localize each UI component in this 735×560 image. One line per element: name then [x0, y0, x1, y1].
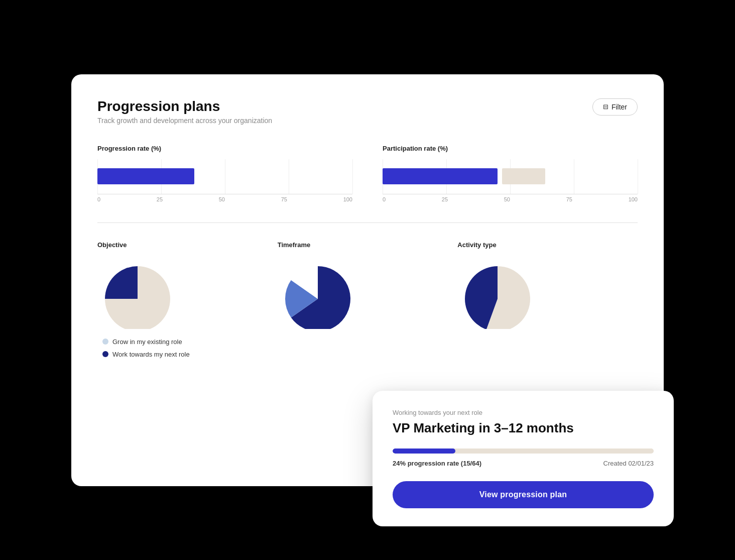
- objective-pie-wrapper: [97, 259, 178, 329]
- popup-card: Working towards your next role VP Market…: [373, 391, 674, 526]
- objective-legend: Grow in my existing role Work towards my…: [102, 338, 190, 358]
- progression-axis: 0 25 50 75 100: [97, 196, 352, 202]
- pie-charts-row: Objective Grow in my existing role Work …: [97, 241, 638, 358]
- page-title: Progression plans: [97, 98, 272, 115]
- progression-rate-chart: Progression rate (%) 0 25 50 75 100: [97, 145, 352, 202]
- activity-type-chart-section: Activity type: [457, 241, 638, 329]
- progression-bar-fill: [97, 168, 194, 184]
- filter-icon: ⊟: [603, 103, 608, 110]
- filter-button[interactable]: ⊟ Filter: [592, 98, 638, 116]
- popup-working-label: Working towards your next role: [393, 409, 654, 416]
- participation-rate-label: Participation rate (%): [383, 145, 638, 152]
- participation-beige-bar: [502, 168, 545, 184]
- header-text: Progression plans Track growth and devel…: [97, 98, 272, 125]
- participation-rate-chart: Participation rate (%) 0 25 50 75 100: [383, 145, 638, 202]
- participation-axis: 0 25 50 75 100: [383, 196, 638, 202]
- grow-dot: [102, 339, 108, 345]
- activity-type-label: Activity type: [457, 241, 496, 249]
- participation-blue-bar: [383, 168, 498, 184]
- popup-meta: 24% progression rate (15/64) Created 02/…: [393, 460, 654, 467]
- timeframe-pie-chart: [278, 259, 358, 329]
- header: Progression plans Track growth and devel…: [97, 98, 638, 125]
- main-card: Progression plans Track growth and devel…: [71, 74, 664, 486]
- legend-grow: Grow in my existing role: [102, 338, 190, 346]
- next-label: Work towards my next role: [112, 351, 190, 358]
- timeframe-chart-section: Timeframe: [278, 241, 458, 329]
- legend-next: Work towards my next role: [102, 351, 190, 358]
- objective-pie-chart: [97, 259, 178, 329]
- bar-charts-row: Progression rate (%) 0 25 50 75 100 Part…: [97, 145, 638, 202]
- section-divider: [97, 222, 638, 223]
- objective-chart-section: Objective Grow in my existing role Work …: [97, 241, 278, 358]
- participation-bar-grid: [383, 159, 638, 194]
- progress-label: 24% progression rate (15/64): [393, 460, 481, 467]
- activity-type-pie-chart: [457, 259, 538, 329]
- progression-bar-grid: [97, 159, 352, 194]
- timeframe-label: Timeframe: [278, 241, 311, 249]
- grow-label: Grow in my existing role: [112, 338, 182, 346]
- view-progression-plan-button[interactable]: View progression plan: [393, 481, 654, 508]
- popup-title: VP Marketing in 3–12 months: [393, 420, 654, 436]
- page-subtitle: Track growth and development across your…: [97, 117, 272, 125]
- progress-bar-background: [393, 449, 654, 454]
- progression-rate-label: Progression rate (%): [97, 145, 352, 152]
- objective-label: Objective: [97, 241, 127, 249]
- next-dot: [102, 351, 108, 357]
- created-label: Created 02/01/23: [603, 460, 654, 467]
- progress-bar-fill: [393, 449, 455, 454]
